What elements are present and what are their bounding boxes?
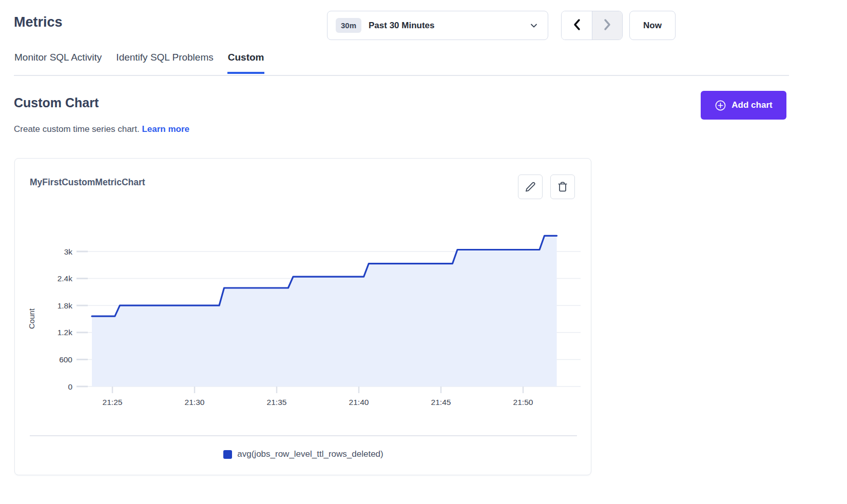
chart-title: MyFirstCustomMetricChart [30,177,145,188]
x-axis-tick-label: 21:50 [513,398,533,406]
chevron-right-icon [602,18,612,32]
chart-plot[interactable]: 06001.2k1.8k2.4k3k21:2521:3021:3521:4021… [25,215,585,410]
x-axis-tick-label: 21:35 [267,398,287,406]
y-axis-tick-label: 600 [59,355,72,364]
add-chart-label: Add chart [732,100,772,110]
time-pager [561,11,623,40]
tabs-divider [14,75,789,76]
learn-more-link[interactable]: Learn more [142,124,189,134]
pencil-icon [525,181,536,192]
add-chart-button[interactable]: Add chart [701,91,786,120]
y-axis-tick-label: 1.2k [57,328,73,337]
now-button[interactable]: Now [629,11,676,40]
x-axis-tick-label: 21:40 [349,398,369,406]
y-axis-label: Count [27,308,36,329]
x-axis-tick-label: 21:45 [431,398,451,406]
y-axis-tick-label: 0 [68,382,72,391]
time-range-badge: 30m [336,18,361,33]
section-heading: Custom Chart [14,95,99,110]
y-axis-tick-label: 1.8k [57,301,73,310]
chevron-down-icon [529,21,538,30]
time-range-picker[interactable]: 30m Past 30 Minutes [327,11,548,40]
x-axis-tick-label: 21:25 [103,398,123,406]
y-axis-tick-label: 3k [64,247,73,256]
metrics-tabs: Monitor SQL Activity Identify SQL Proble… [14,52,264,74]
edit-chart-button[interactable] [518,175,543,199]
tab-identify-sql-problems[interactable]: Identify SQL Problems [116,52,214,74]
time-range-label: Past 30 Minutes [369,21,435,31]
tab-monitor-sql-activity[interactable]: Monitor SQL Activity [14,52,102,74]
section-description: Create custom time series chart. Learn m… [14,124,189,134]
legend-divider [30,435,577,436]
series-area [92,236,557,386]
plus-circle-icon [715,100,726,111]
page-title: Metrics [14,14,63,30]
x-axis-tick-label: 21:30 [185,398,205,406]
trash-icon [557,181,568,192]
chevron-left-icon [572,18,582,32]
custom-chart-card: MyFirstCustomMetricChart 06001.2k1.8k2.4… [14,158,591,475]
delete-chart-button[interactable] [550,175,575,199]
legend-swatch [223,450,232,459]
y-axis-tick-label: 2.4k [57,274,73,283]
chart-legend: avg(jobs_row_level_ttl_rows_deleted) [15,449,592,459]
next-timeframe-button[interactable] [592,11,622,40]
legend-label: avg(jobs_row_level_ttl_rows_deleted) [237,449,383,459]
previous-timeframe-button[interactable] [562,11,592,40]
tab-custom[interactable]: Custom [227,52,265,74]
section-description-text: Create custom time series chart. [14,124,140,134]
